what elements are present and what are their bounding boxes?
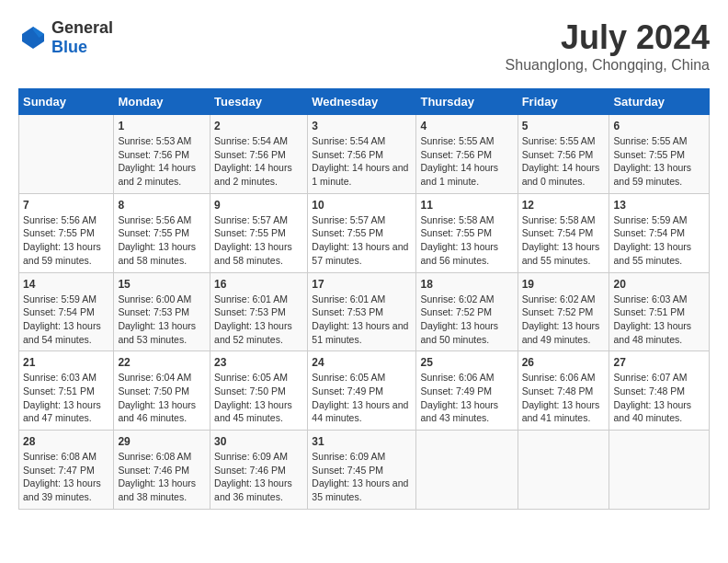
day-number: 25 [420,356,513,369]
calendar-cell-3-6: 19Sunrise: 6:02 AMSunset: 7:52 PMDayligh… [518,272,609,351]
calendar-cell-2-3: 9Sunrise: 5:57 AMSunset: 7:55 PMDaylight… [210,193,308,272]
day-detail: Sunrise: 5:56 AMSunset: 7:55 PMDaylight:… [23,213,109,268]
day-number: 21 [23,356,109,369]
day-number: 29 [118,435,206,448]
day-detail: Sunrise: 5:53 AMSunset: 7:56 PMDaylight:… [118,134,206,189]
day-detail: Sunrise: 5:56 AMSunset: 7:55 PMDaylight:… [118,213,206,268]
day-number: 4 [420,120,513,132]
day-number: 27 [613,356,705,369]
calendar-cell-3-4: 17Sunrise: 6:01 AMSunset: 7:53 PMDayligh… [308,272,416,351]
day-number: 22 [118,356,206,369]
day-detail: Sunrise: 5:54 AMSunset: 7:56 PMDaylight:… [214,134,303,189]
day-detail: Sunrise: 5:55 AMSunset: 7:55 PMDaylight:… [613,134,705,189]
header-sunday: Sunday [19,89,114,115]
day-detail: Sunrise: 6:06 AMSunset: 7:48 PMDaylight:… [522,371,606,425]
day-detail: Sunrise: 6:08 AMSunset: 7:47 PMDaylight:… [23,450,109,504]
day-number: 12 [522,199,606,212]
calendar-cell-2-2: 8Sunrise: 5:56 AMSunset: 7:55 PMDaylight… [114,193,210,272]
day-number: 13 [613,199,705,212]
day-detail: Sunrise: 5:59 AMSunset: 7:54 PMDaylight:… [613,213,705,268]
calendar-cell-5-1: 28Sunrise: 6:08 AMSunset: 7:47 PMDayligh… [19,431,114,510]
day-number: 10 [312,199,412,212]
header-friday: Friday [518,89,609,115]
logo: General Blue [18,18,113,57]
calendar-cell-5-4: 31Sunrise: 6:09 AMSunset: 7:45 PMDayligh… [308,431,416,510]
calendar-cell-4-6: 26Sunrise: 6:06 AMSunset: 7:48 PMDayligh… [518,351,609,431]
day-detail: Sunrise: 6:09 AMSunset: 7:45 PMDaylight:… [312,450,412,504]
day-number: 17 [312,278,412,291]
day-detail: Sunrise: 5:55 AMSunset: 7:56 PMDaylight:… [420,134,513,189]
day-number: 2 [214,120,303,132]
day-detail: Sunrise: 6:01 AMSunset: 7:53 PMDaylight:… [312,293,412,347]
day-detail: Sunrise: 5:58 AMSunset: 7:55 PMDaylight:… [420,213,513,268]
day-detail: Sunrise: 6:05 AMSunset: 7:49 PMDaylight:… [312,371,412,425]
day-number: 24 [312,356,412,369]
day-number: 1 [118,120,206,132]
day-detail: Sunrise: 5:57 AMSunset: 7:55 PMDaylight:… [214,213,303,268]
header-wednesday: Wednesday [308,89,416,115]
calendar-cell-1-6: 5Sunrise: 5:55 AMSunset: 7:56 PMDaylight… [518,115,609,194]
header-tuesday: Tuesday [210,89,308,115]
calendar-week-1: 1Sunrise: 5:53 AMSunset: 7:56 PMDaylight… [19,115,710,194]
calendar-cell-4-3: 23Sunrise: 6:05 AMSunset: 7:50 PMDayligh… [210,351,308,431]
day-number: 11 [420,199,513,212]
logo-text-block: General Blue [51,18,113,57]
logo-icon [18,23,48,52]
calendar-cell-3-2: 15Sunrise: 6:00 AMSunset: 7:53 PMDayligh… [114,272,210,351]
calendar-cell-1-7: 6Sunrise: 5:55 AMSunset: 7:55 PMDaylight… [609,115,710,194]
day-detail: Sunrise: 6:02 AMSunset: 7:52 PMDaylight:… [420,293,513,347]
calendar-cell-5-6 [518,431,609,510]
day-detail: Sunrise: 6:07 AMSunset: 7:48 PMDaylight:… [613,371,705,425]
day-number: 15 [118,278,206,291]
calendar-cell-3-5: 18Sunrise: 6:02 AMSunset: 7:52 PMDayligh… [416,272,518,351]
day-number: 18 [420,278,513,291]
calendar-cell-4-4: 24Sunrise: 6:05 AMSunset: 7:49 PMDayligh… [308,351,416,431]
calendar-cell-4-2: 22Sunrise: 6:04 AMSunset: 7:50 PMDayligh… [114,351,210,431]
calendar-cell-1-5: 4Sunrise: 5:55 AMSunset: 7:56 PMDaylight… [416,115,518,194]
calendar-week-5: 28Sunrise: 6:08 AMSunset: 7:47 PMDayligh… [19,431,710,510]
day-detail: Sunrise: 5:58 AMSunset: 7:54 PMDaylight:… [522,213,606,268]
day-number: 31 [312,435,412,448]
title-block: July 2024 Shuanglong, Chongqing, China [506,18,710,74]
day-number: 30 [214,435,303,448]
calendar-cell-5-5 [416,431,518,510]
day-detail: Sunrise: 6:09 AMSunset: 7:46 PMDaylight:… [214,450,303,504]
calendar-cell-4-7: 27Sunrise: 6:07 AMSunset: 7:48 PMDayligh… [609,351,710,431]
header-saturday: Saturday [609,89,710,115]
calendar-cell-4-5: 25Sunrise: 6:06 AMSunset: 7:49 PMDayligh… [416,351,518,431]
calendar-cell-2-5: 11Sunrise: 5:58 AMSunset: 7:55 PMDayligh… [416,193,518,272]
day-number: 19 [522,278,606,291]
logo-general-text: General [51,18,113,37]
day-detail: Sunrise: 5:57 AMSunset: 7:55 PMDaylight:… [312,213,412,268]
calendar-cell-5-7 [609,431,710,510]
day-detail: Sunrise: 5:54 AMSunset: 7:56 PMDaylight:… [312,134,412,189]
day-number: 14 [23,278,109,291]
day-number: 7 [23,199,109,212]
calendar-table: SundayMondayTuesdayWednesdayThursdayFrid… [18,88,710,510]
day-number: 26 [522,356,606,369]
day-number: 5 [522,120,606,132]
day-detail: Sunrise: 6:03 AMSunset: 7:51 PMDaylight:… [613,293,705,347]
calendar-cell-1-1 [19,115,114,194]
calendar-cell-5-3: 30Sunrise: 6:09 AMSunset: 7:46 PMDayligh… [210,431,308,510]
day-number: 16 [214,278,303,291]
calendar-cell-3-7: 20Sunrise: 6:03 AMSunset: 7:51 PMDayligh… [609,272,710,351]
calendar-cell-2-1: 7Sunrise: 5:56 AMSunset: 7:55 PMDaylight… [19,193,114,272]
calendar-cell-3-1: 14Sunrise: 5:59 AMSunset: 7:54 PMDayligh… [19,272,114,351]
day-detail: Sunrise: 5:55 AMSunset: 7:56 PMDaylight:… [522,134,606,189]
day-detail: Sunrise: 6:01 AMSunset: 7:53 PMDaylight:… [214,293,303,347]
header-thursday: Thursday [416,89,518,115]
calendar-cell-2-6: 12Sunrise: 5:58 AMSunset: 7:54 PMDayligh… [518,193,609,272]
calendar-cell-4-1: 21Sunrise: 6:03 AMSunset: 7:51 PMDayligh… [19,351,114,431]
day-number: 23 [214,356,303,369]
day-number: 9 [214,199,303,212]
day-detail: Sunrise: 6:03 AMSunset: 7:51 PMDaylight:… [23,371,109,425]
calendar-header-row: SundayMondayTuesdayWednesdayThursdayFrid… [19,89,710,115]
calendar-cell-5-2: 29Sunrise: 6:08 AMSunset: 7:46 PMDayligh… [114,431,210,510]
day-number: 6 [613,120,705,132]
day-detail: Sunrise: 6:00 AMSunset: 7:53 PMDaylight:… [118,293,206,347]
calendar-cell-3-3: 16Sunrise: 6:01 AMSunset: 7:53 PMDayligh… [210,272,308,351]
day-detail: Sunrise: 6:06 AMSunset: 7:49 PMDaylight:… [420,371,513,425]
calendar-week-4: 21Sunrise: 6:03 AMSunset: 7:51 PMDayligh… [19,351,710,431]
page-subtitle: Shuanglong, Chongqing, China [506,57,710,74]
